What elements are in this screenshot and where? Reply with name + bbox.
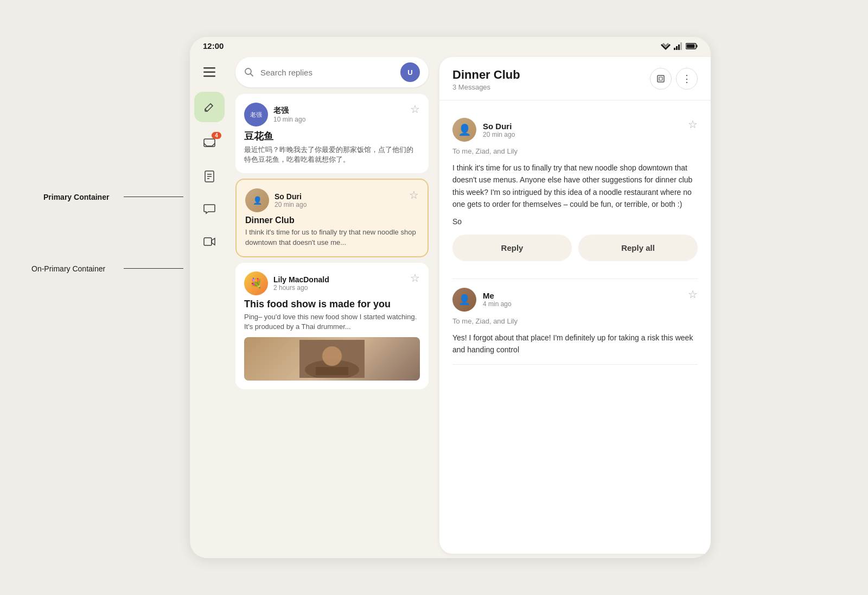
msg-signature-1: So [452, 217, 698, 226]
chat-icon [203, 204, 215, 214]
message-item-me: 👤 Me 4 min ago ☆ To me, Ziad, and Lily Y… [452, 279, 698, 365]
sidebar-item-chat[interactable] [194, 194, 225, 224]
expand-button[interactable] [650, 68, 672, 90]
more-options-button[interactable]: ⋮ [676, 68, 698, 90]
status-icons [661, 42, 698, 50]
video-icon [203, 237, 215, 246]
compose-button[interactable] [194, 92, 225, 122]
email-list: 老强 老强 10 min ago ☆ 豆花鱼 最近忙吗？昨晚我去了你最爱的那家饭… [229, 94, 435, 558]
email-preview-image [244, 337, 420, 381]
detail-message-count: 3 Messages [452, 83, 520, 91]
email-messages: 👤 So Duri 20 min ago ☆ To me, Ziad, and … [439, 100, 711, 554]
email-subject-1: 豆花鱼 [244, 130, 420, 143]
sender-name-2: So Duri [275, 192, 307, 201]
inbox-badge: 4 [212, 132, 221, 139]
svg-rect-26 [316, 367, 348, 375]
email-preview-2: I think it's time for us to finally try … [245, 227, 419, 247]
detail-title: Dinner Club [452, 68, 520, 82]
status-time: 12:00 [203, 41, 224, 50]
signal-icon [674, 42, 682, 50]
search-bar[interactable]: U [235, 57, 429, 87]
sidebar-item-menu[interactable] [194, 57, 225, 87]
time-ago-1: 10 min ago [273, 116, 305, 123]
search-input[interactable] [260, 68, 394, 77]
msg-sender-1: So Duri [483, 122, 515, 131]
phone-frame: 12:00 [190, 37, 711, 558]
page-wrapper: Primary Container On-Primary Container 1… [0, 0, 868, 595]
svg-rect-4 [678, 45, 680, 50]
battery-icon [686, 43, 698, 49]
expand-icon [656, 74, 665, 83]
msg-avatar-me: 👤 [452, 288, 476, 312]
svg-line-12 [210, 104, 213, 106]
msg-star-2[interactable]: ☆ [688, 288, 698, 301]
wifi-icon [661, 42, 671, 50]
svg-rect-8 [687, 44, 695, 48]
nav-rail: 4 [190, 53, 229, 558]
svg-rect-20 [204, 238, 212, 245]
email-item-laoquiang[interactable]: 老强 老强 10 min ago ☆ 豆花鱼 最近忙吗？昨晚我去了你最爱的那家饭… [235, 94, 429, 173]
svg-rect-27 [658, 75, 664, 82]
svg-point-25 [322, 346, 342, 366]
time-ago-3: 2 hours ago [273, 284, 329, 292]
email-subject-2: Dinner Club [245, 216, 419, 225]
menu-icon [203, 67, 215, 77]
msg-time-2: 4 min ago [483, 300, 512, 308]
sidebar-item-inbox[interactable]: 4 [194, 129, 225, 159]
reply-button[interactable]: Reply [452, 235, 572, 261]
preview-image-placeholder-svg [299, 340, 365, 378]
svg-rect-28 [659, 77, 662, 80]
search-icon [244, 67, 254, 77]
sender-name-1: 老强 [273, 106, 305, 116]
notes-icon [204, 170, 215, 182]
label-primary-container: Primary Container [43, 193, 109, 201]
email-list-panel: U 老强 老强 [229, 53, 435, 558]
main-content: 4 [190, 53, 711, 558]
sidebar-item-notes[interactable] [194, 161, 225, 192]
reply-all-button[interactable]: Reply all [578, 235, 698, 261]
svg-rect-3 [676, 46, 678, 50]
svg-point-21 [245, 68, 251, 74]
avatar-laoquiang: 老强 [244, 103, 268, 126]
on-primary-container-line [124, 268, 183, 269]
msg-time-1: 20 min ago [483, 131, 515, 138]
email-detail-panel: Dinner Club 3 Messages ⋮ [439, 57, 711, 554]
svg-rect-10 [203, 72, 215, 73]
msg-to-1: To me, Ziad, and Lily [452, 147, 698, 155]
star-button-2[interactable]: ☆ [409, 188, 419, 201]
star-button-3[interactable]: ☆ [410, 271, 420, 284]
label-on-primary-container: On-Primary Container [31, 264, 105, 273]
msg-avatar-soduri: 👤 [452, 118, 476, 142]
reply-buttons: Reply Reply all [452, 226, 698, 270]
avatar-lily: 💐 [244, 271, 268, 295]
msg-star-1[interactable]: ☆ [688, 118, 698, 131]
primary-container-line [124, 197, 183, 197]
msg-body-1: I think it's time for us to finally try … [452, 162, 698, 211]
message-item-soduri: 👤 So Duri 20 min ago ☆ To me, Ziad, and … [452, 109, 698, 279]
time-ago-2: 20 min ago [275, 201, 307, 208]
email-preview-1: 最近忙吗？昨晚我去了你最爱的那家饭馆，点了他们的特色豆花鱼，吃着吃着就想你了。 [244, 145, 420, 164]
detail-actions: ⋮ [650, 68, 698, 90]
user-avatar[interactable]: U [400, 62, 420, 82]
email-subject-3: This food show is made for you [244, 299, 420, 310]
detail-header: Dinner Club 3 Messages ⋮ [439, 57, 711, 100]
avatar-soduri-list: 👤 [245, 188, 269, 212]
svg-rect-5 [680, 42, 682, 50]
star-button-1[interactable]: ☆ [410, 103, 420, 116]
email-preview-3: Ping– you'd love this new food show I st… [244, 312, 420, 332]
svg-rect-11 [203, 75, 215, 77]
inbox-icon [203, 138, 215, 149]
email-item-lily[interactable]: 💐 Lily MacDonald 2 hours ago ☆ This food… [235, 263, 429, 389]
svg-line-22 [251, 74, 253, 77]
msg-sender-2: Me [483, 291, 512, 300]
email-item-soduri[interactable]: 👤 So Duri 20 min ago ☆ Dinner Club I thi… [235, 179, 429, 257]
msg-body-2: Yes! I forgot about that place! I'm defi… [452, 332, 698, 356]
sidebar-item-video[interactable] [194, 226, 225, 257]
svg-rect-7 [697, 45, 698, 47]
status-bar: 12:00 [190, 37, 711, 53]
svg-rect-2 [674, 48, 675, 50]
msg-to-2: To me, Ziad, and Lily [452, 317, 698, 325]
svg-rect-9 [203, 67, 215, 69]
compose-icon [204, 102, 215, 112]
sender-name-3: Lily MacDonald [273, 275, 329, 284]
